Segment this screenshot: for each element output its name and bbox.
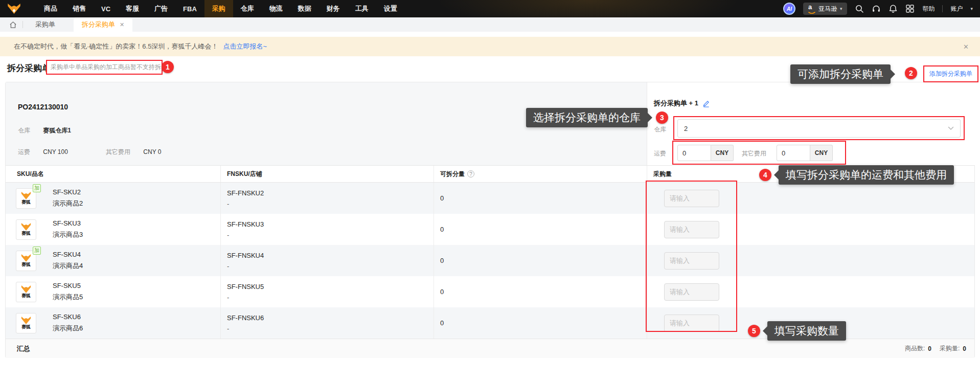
- account-button[interactable]: 账户: [950, 5, 963, 13]
- product-thumbnail: 赛狐 加: [16, 188, 36, 209]
- split-other-fee-currency: CNY: [810, 145, 833, 161]
- tab-split-purchase-order[interactable]: 拆分采购单 ✕: [74, 17, 132, 32]
- splittable-qty: 0: [440, 288, 444, 296]
- nav-item-finance[interactable]: 财务: [319, 0, 348, 17]
- fox-logo-icon: [20, 223, 32, 231]
- edit-pencil-icon[interactable]: [702, 100, 710, 107]
- product-name: 演示商品6: [53, 324, 83, 333]
- split-shipping-label: 运费: [654, 149, 666, 158]
- split-warehouse-value: 2: [684, 125, 688, 132]
- notice-close-icon[interactable]: ✕: [963, 43, 969, 51]
- nav-item-service[interactable]: 客服: [118, 0, 147, 17]
- split-other-fee-group: CNY: [777, 145, 833, 161]
- nav-item-logistics[interactable]: 物流: [262, 0, 290, 17]
- home-icon: [9, 21, 17, 29]
- qty-input[interactable]: [664, 315, 719, 332]
- nav-item-sales[interactable]: 销售: [65, 0, 94, 17]
- nav-item-ads[interactable]: 广告: [147, 0, 175, 17]
- product-name: 演示商品2: [53, 199, 83, 208]
- product-thumbnail: 赛狐: [16, 219, 36, 240]
- nav-item-data[interactable]: 数据: [290, 0, 319, 17]
- source-other-fee-value: CNY 0: [143, 148, 161, 155]
- summary-items-value: 0: [928, 345, 931, 352]
- marketplace-switcher[interactable]: a 亚马逊 ▾: [803, 3, 848, 15]
- product-thumbnail: 赛狐: [16, 282, 36, 302]
- step-badge-3: 3: [656, 111, 668, 124]
- search-icon[interactable]: [855, 4, 864, 13]
- headset-icon[interactable]: [872, 4, 881, 13]
- add-split-po-link[interactable]: 添加拆分采购单: [929, 70, 972, 78]
- split-shipping-input[interactable]: [677, 145, 711, 161]
- shop-name: -: [227, 294, 264, 301]
- saihu-fox-logo[interactable]: [7, 4, 21, 14]
- summary-totals: 商品数: 0 采购量: 0: [905, 344, 974, 353]
- shop-name: -: [227, 325, 264, 332]
- marketplace-label: 亚马逊: [818, 5, 837, 13]
- account-chevron-down-icon[interactable]: ▾: [970, 7, 973, 11]
- splittable-qty: 0: [440, 319, 444, 327]
- tab-divider: [22, 21, 23, 28]
- notice-text: 在不确定时代，做「看见·确定性」的卖家！6.5深圳，赛狐千人峰会！: [14, 42, 218, 51]
- annotation-box-1: 采购单中单品采购的加工商品暂不支持拆分: [46, 60, 163, 75]
- split-other-fee-input[interactable]: [777, 145, 810, 161]
- header-fnsku: FNSKU/店铺: [221, 166, 434, 182]
- sku-code: SF-SKU6: [53, 313, 83, 321]
- chevron-down-icon: ▾: [840, 7, 842, 11]
- nav-item-vc[interactable]: VC: [94, 0, 118, 17]
- fnsku-code: SF-FNSKU4: [227, 252, 264, 259]
- product-name: 演示商品4: [53, 261, 83, 271]
- notification-bell-icon[interactable]: [888, 4, 898, 13]
- nav-item-settings[interactable]: 设置: [376, 0, 405, 17]
- tab-close-icon[interactable]: ✕: [120, 22, 124, 28]
- source-warehouse-label: 仓库: [18, 127, 30, 134]
- qty-input[interactable]: [664, 252, 719, 270]
- split-warehouse-select[interactable]: 2: [677, 119, 961, 138]
- summary-row: 汇总 商品数: 0 采购量: 0: [6, 339, 974, 358]
- step-badge-5: 5: [748, 325, 760, 337]
- source-shipping-label: 运费: [18, 148, 30, 155]
- shop-name: -: [227, 231, 264, 239]
- topbar-right: AI a 亚马逊 ▾: [783, 3, 973, 15]
- sku-code: SF-SKU4: [53, 251, 83, 258]
- summary-items-label: 商品数:: [905, 344, 925, 353]
- table-row-sku5: 赛狐 SF-SKU5演示商品5 SF-FNSKU5- 0: [6, 276, 974, 307]
- table-body: 赛狐 加 SF-SKU2演示商品2 SF-FNSKU2- 0 赛狐 SF-SKU…: [6, 183, 974, 339]
- tab-purchase-orders[interactable]: 采购单: [28, 17, 62, 32]
- home-tab-button[interactable]: [6, 17, 19, 32]
- split-warehouse-label: 仓库: [654, 125, 666, 134]
- table-row-sku2: 赛狐 加 SF-SKU2演示商品2 SF-FNSKU2- 0: [6, 183, 974, 214]
- po-number: PO2412130010: [18, 103, 68, 111]
- page-title: 拆分采购单: [7, 62, 51, 74]
- splittable-qty: 0: [440, 257, 444, 264]
- nav-item-warehouse[interactable]: 仓库: [233, 0, 262, 17]
- qty-input[interactable]: [664, 190, 719, 207]
- fox-logo-icon: [20, 254, 32, 262]
- table-row-sku4: 赛狐 加 SF-SKU4演示商品4 SF-FNSKU4- 0: [6, 245, 974, 276]
- source-shipping-row: 运费 CNY 100: [18, 148, 68, 157]
- annotation-box-2: 添加拆分采购单: [923, 65, 978, 82]
- sku-code: SF-SKU3: [53, 219, 83, 227]
- ai-assistant-button[interactable]: AI: [783, 3, 795, 15]
- topbar: 商品 销售 VC 客服 广告 FBA 采购 仓库 物流 数据 财务 工具 设置 …: [0, 0, 980, 17]
- question-circle-icon[interactable]: ?: [467, 170, 474, 177]
- split-po-title-text: 拆分采购单 + 1: [654, 99, 698, 108]
- notice-signup-link[interactable]: 点击立即报名~: [223, 42, 267, 51]
- nav-item-fba[interactable]: FBA: [175, 0, 204, 17]
- main-nav: 商品 销售 VC 客服 广告 FBA 采购 仓库 物流 数据 财务 工具 设置: [36, 0, 405, 17]
- nav-item-products[interactable]: 商品: [36, 0, 65, 17]
- source-warehouse-row: 仓库 赛狐仓库1: [18, 126, 71, 135]
- qty-input[interactable]: [664, 283, 719, 301]
- fnsku-code: SF-FNSKU5: [227, 283, 264, 290]
- nav-item-tools[interactable]: 工具: [348, 0, 376, 17]
- split-po-title: 拆分采购单 + 1: [654, 99, 710, 108]
- step-badge-4: 4: [759, 169, 771, 181]
- tabbar: 采购单 拆分采购单 ✕: [0, 17, 980, 32]
- split-other-fee-label: 其它费用: [742, 149, 766, 158]
- qty-input[interactable]: [664, 221, 719, 238]
- apps-grid-icon[interactable]: [905, 4, 915, 13]
- split-shipping-group: CNY: [677, 145, 734, 161]
- fox-logo-icon: [20, 192, 32, 199]
- fnsku-code: SF-FNSKU2: [227, 189, 264, 197]
- help-button[interactable]: 帮助: [922, 5, 935, 13]
- nav-item-purchase[interactable]: 采购: [204, 0, 233, 17]
